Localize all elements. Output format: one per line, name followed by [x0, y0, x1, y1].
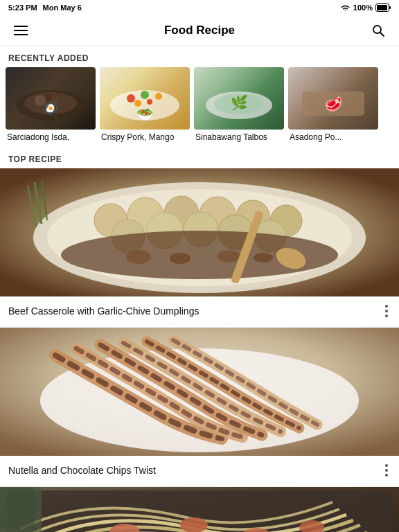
beef-casserole-svg — [0, 168, 399, 296]
svg-text:🌿: 🌿 — [231, 94, 248, 111]
list-item[interactable]: 🥩 Asadong Po... — [288, 67, 378, 142]
top-recipe-label: TOP RECIPE — [0, 148, 399, 168]
svg-point-13 — [155, 93, 162, 100]
recipe-card[interactable] — [0, 487, 399, 532]
recipe-card[interactable]: Nutella and Chocolate Chips Twist — [0, 328, 399, 487]
recipe-name-label: Asadong Po... — [288, 132, 378, 142]
pasta-svg — [0, 487, 399, 532]
search-button[interactable] — [369, 21, 388, 40]
recipe-card[interactable]: Beef Casserole with Garlic-Chive Dumplin… — [0, 168, 399, 328]
svg-point-14 — [141, 91, 149, 99]
svg-point-12 — [127, 94, 135, 103]
svg-rect-2 — [377, 5, 387, 10]
search-icon — [371, 24, 385, 37]
svg-point-41 — [217, 250, 240, 263]
svg-line-4 — [380, 33, 384, 36]
recipe-name-label: Crispy Pork, Mango — [100, 132, 190, 142]
svg-text:🥩: 🥩 — [325, 96, 342, 112]
recipe-image-3 — [0, 487, 399, 532]
sarciadong-isda-img: 🍳 — [6, 67, 96, 130]
svg-point-9 — [45, 94, 52, 101]
recipe-image-1 — [0, 168, 399, 296]
svg-text:🍳: 🍳 — [42, 101, 61, 120]
svg-text:🥗: 🥗 — [136, 106, 154, 123]
status-indicators: 100% — [340, 3, 391, 12]
sinabawang-img: 🌿 — [194, 67, 284, 130]
nutella-twist-svg — [0, 328, 399, 456]
recently-added-label: RECENTLY ADDED — [0, 46, 399, 67]
crispy-pork-img: 🥗 — [100, 67, 190, 130]
svg-point-16 — [134, 100, 141, 107]
svg-point-53 — [180, 517, 208, 532]
menu-button[interactable] — [11, 21, 30, 40]
list-item[interactable]: 🍳 Sarciadong Isda, — [6, 67, 96, 142]
svg-point-3 — [373, 26, 381, 33]
svg-rect-57 — [0, 487, 35, 529]
svg-point-39 — [126, 250, 151, 264]
recipe-info-row: Beef Casserole with Garlic-Chive Dumplin… — [0, 296, 399, 328]
status-day: Mon May 6 — [43, 3, 82, 12]
main-content: RECENTLY ADDED 🍳 Sarciadong Isda, — [0, 46, 399, 532]
more-options-button[interactable] — [382, 302, 391, 320]
svg-point-15 — [147, 99, 152, 105]
asadong-img: 🥩 — [288, 67, 378, 130]
recently-added-section: RECENTLY ADDED 🍳 Sarciadong Isda, — [0, 46, 399, 142]
recipe-name-label: Sarciadong Isda, — [6, 132, 96, 142]
hamburger-icon — [14, 26, 28, 35]
app-header: Food Recipe — [0, 15, 399, 46]
wifi-icon — [340, 4, 351, 12]
status-bar: 5:23 PM Mon May 6 100% — [0, 0, 399, 15]
recipe-title: Beef Casserole with Garlic-Chive Dumplin… — [8, 305, 382, 317]
battery-icon — [375, 3, 391, 12]
battery-label: 100% — [353, 3, 373, 12]
recent-scroll-row[interactable]: 🍳 Sarciadong Isda, 🥗 — [0, 67, 399, 142]
svg-point-42 — [254, 253, 273, 263]
svg-rect-1 — [389, 6, 391, 9]
svg-point-40 — [170, 253, 190, 264]
recipe-info-row: Nutella and Chocolate Chips Twist — [0, 456, 399, 487]
list-item[interactable]: 🌿 Sinabawang Talbos — [194, 67, 284, 142]
status-time-area: 5:23 PM Mon May 6 — [8, 3, 82, 12]
status-time: 5:23 PM — [8, 3, 37, 12]
app-title: Food Recipe — [164, 24, 235, 37]
recipe-title: Nutella and Chocolate Chips Twist — [8, 465, 382, 476]
recipe-image-2 — [0, 328, 399, 456]
list-item[interactable]: 🥗 Crispy Pork, Mango — [100, 67, 190, 142]
recipe-name-label: Sinabawang Talbos — [194, 132, 284, 142]
top-recipe-section: TOP RECIPE — [0, 142, 399, 532]
more-options-button[interactable] — [382, 461, 391, 479]
